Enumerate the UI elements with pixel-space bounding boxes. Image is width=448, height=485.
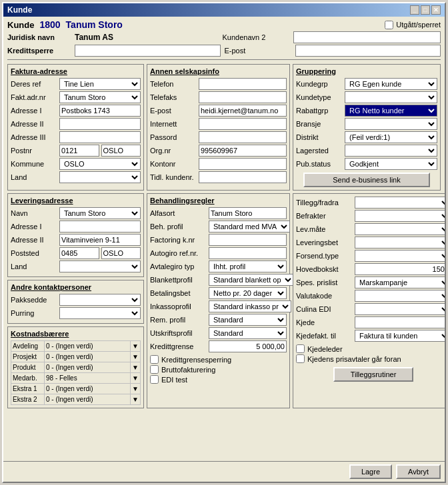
telefon-input[interactable]: [199, 78, 287, 90]
edi-test-checkbox[interactable]: [150, 375, 159, 384]
lev-land-select[interactable]: [59, 260, 141, 272]
kjedefakt-select[interactable]: Faktura til kunden: [355, 330, 445, 342]
lev-adresse2-input[interactable]: [59, 234, 141, 246]
maximize-button[interactable]: □: [421, 5, 430, 15]
land-select-faktura[interactable]: [59, 171, 141, 183]
inkassoprofil-label: Inkassoprofil: [150, 302, 207, 310]
orgnr-input[interactable]: [199, 145, 287, 157]
kjede-input[interactable]: [355, 316, 445, 328]
kost-row[interactable]: Produkt0 - (Ingen verdi)▼: [11, 362, 141, 373]
kost-row[interactable]: Medarb.98 - Felles▼: [11, 373, 141, 384]
adresse1-input[interactable]: [59, 105, 141, 117]
adresse3-input[interactable]: [59, 131, 141, 143]
purring-select[interactable]: [59, 307, 141, 319]
kundenavn2-input[interactable]: [293, 31, 441, 43]
kundegrp-select[interactable]: RG Egen kunde: [345, 78, 437, 90]
inkassoprofil-select[interactable]: Standard inkasso pr: [209, 300, 291, 312]
lagre-button[interactable]: Lagre: [349, 464, 392, 479]
adresse1-row: Adresse I: [11, 105, 141, 117]
utskriftsprofil-select[interactable]: Standard: [209, 327, 287, 339]
befrakter-select[interactable]: [355, 210, 445, 222]
deres-ref-select[interactable]: Tine Lien: [59, 78, 141, 90]
adresse2-input[interactable]: [59, 118, 141, 130]
kredittgrensesperring-checkbox[interactable]: [150, 355, 159, 364]
lev-navn-select[interactable]: Tanum Storo: [59, 207, 141, 219]
tidl-kundenr-input[interactable]: [199, 171, 287, 183]
middle-sections: Leveringsadresse Navn Tanum Storo Adress…: [7, 193, 441, 408]
epost-header-input[interactable]: [295, 45, 441, 57]
alfasort-input[interactable]: [209, 207, 287, 219]
bransje-select[interactable]: [345, 118, 437, 130]
spes-prislist-select[interactable]: Marskampanje: [355, 276, 445, 288]
passord-input[interactable]: [199, 131, 287, 143]
kost-row[interactable]: Ekstra 20 - (Ingen verdi)▼: [11, 394, 141, 405]
kost-section: Kostnadsbærere Avdeling0 - (Ingen verdi)…: [7, 326, 144, 408]
tillegg-select[interactable]: [355, 197, 445, 209]
leveringsbet-select[interactable]: [355, 237, 445, 248]
valutakode-select[interactable]: [355, 290, 445, 302]
kost-table: Avdeling0 - (Ingen verdi)▼Prosjekt0 - (I…: [11, 340, 141, 405]
forsend-type-select[interactable]: [355, 250, 445, 262]
orgnr-label: Org.nr: [150, 147, 197, 155]
kjedeleder-checkbox[interactable]: [296, 344, 305, 353]
juridisk-label: Juridisk navn: [7, 33, 71, 41]
avtalegiro-select[interactable]: Ihht. profil: [209, 260, 287, 272]
fakt-adr-select[interactable]: Tanum Storo: [59, 91, 141, 103]
avbryt-button[interactable]: Avbryt: [396, 464, 441, 479]
pakksedde-label: Pakksedde: [11, 296, 57, 304]
internett-input[interactable]: [199, 118, 287, 130]
minimize-button[interactable]: _: [410, 5, 419, 15]
lev-mate-select[interactable]: [355, 223, 445, 235]
utgatt-checkbox[interactable]: [385, 21, 393, 29]
kredittsperre-input[interactable]: [75, 45, 221, 57]
befrakter-row: Befrakter: [296, 210, 445, 222]
postnr-input[interactable]: [59, 145, 99, 157]
pub-status-select[interactable]: Godkjent: [345, 158, 437, 170]
kontonr-input[interactable]: [199, 158, 287, 170]
lev-adresse2-row: Adresse II: [11, 234, 141, 246]
kundetype-select[interactable]: [345, 91, 437, 103]
blankettprofil-row: Blankettprofil Standard blankett op: [150, 274, 287, 286]
lev-adresse1-input[interactable]: [59, 221, 141, 233]
factoring-label: Factoring k.nr: [150, 236, 207, 244]
send-ebusiness-button[interactable]: Send e-business link: [303, 173, 431, 187]
blankettprofil-select[interactable]: Standard blankett op: [209, 274, 294, 286]
kredittgrense-input[interactable]: [209, 340, 287, 352]
telefaks-row: Telefaks: [150, 91, 287, 103]
pakksedde-select[interactable]: [59, 294, 141, 306]
kundegrp-label: Kundegrp: [296, 80, 343, 88]
kost-row[interactable]: Avdeling0 - (Ingen verdi)▼: [11, 341, 141, 352]
distrikt-select[interactable]: (Feil verdi:1): [345, 131, 437, 143]
autogiro-input[interactable]: [209, 247, 287, 259]
epost-input[interactable]: [199, 105, 287, 117]
telefaks-input[interactable]: [199, 91, 287, 103]
kommune-select[interactable]: OSLO: [59, 158, 141, 170]
epost-label-annen: E-post: [150, 107, 197, 115]
betalingsbet-row: Betalingsbet Netto pr. 20 dager: [150, 287, 287, 299]
bruttofakturering-checkbox[interactable]: [150, 365, 159, 374]
factoring-input[interactable]: [209, 234, 287, 246]
kjede-label: Kjede: [296, 318, 353, 326]
lev-postnr-input[interactable]: [59, 247, 99, 259]
lagersted-select[interactable]: [345, 145, 437, 157]
rem-profil-select[interactable]: Standard: [209, 314, 287, 326]
beh-profil-select[interactable]: Standard med MVA: [209, 221, 290, 233]
culina-edi-select[interactable]: [355, 303, 445, 315]
kost-row[interactable]: Ekstra 10 - (Ingen verdi)▼: [11, 384, 141, 394]
gruppering-title: Gruppering: [296, 67, 437, 75]
betalingsbet-select[interactable]: Netto pr. 20 dager: [209, 287, 287, 299]
utskriftsprofil-row: Utskriftsprofil Standard: [150, 327, 287, 339]
bransje-label: Bransje: [296, 120, 343, 128]
kost-row[interactable]: Prosjekt0 - (Ingen verdi)▼: [11, 352, 141, 362]
poststed-input[interactable]: [101, 145, 141, 157]
culina-edi-label: Culina EDI: [296, 305, 353, 313]
avtalegiro-label: Avtalegiro typ: [150, 262, 207, 270]
hovedbokskt-input[interactable]: [355, 263, 445, 275]
titlebar: Kunde _ □ ✕: [3, 3, 445, 17]
kjedens-checkbox[interactable]: [296, 354, 305, 363]
close-button[interactable]: ✕: [431, 5, 441, 15]
tilleggsrutiner-button[interactable]: Tilleggsrutiner: [333, 367, 413, 382]
lev-poststed-input[interactable]: [101, 247, 141, 259]
kjede-row: Kjede: [296, 316, 445, 328]
rabattgrp-select[interactable]: RG Netto kunder: [345, 105, 437, 117]
